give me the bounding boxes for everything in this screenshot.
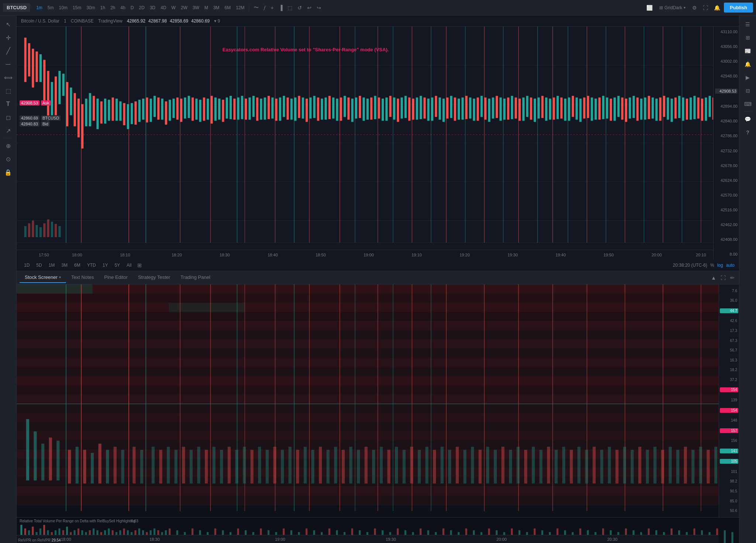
tab-text-notes[interactable]: Text Notes <box>66 272 99 283</box>
data-window-btn[interactable]: ⊟ <box>742 85 754 97</box>
trendline-tool[interactable]: ╱ <box>2 45 14 57</box>
timeframe-3m[interactable]: 3M <box>211 4 222 12</box>
svg-rect-130 <box>370 97 372 120</box>
svg-rect-342 <box>342 450 345 483</box>
measure-tool[interactable]: ⬚ <box>2 85 14 97</box>
svg-rect-302 <box>26 419 29 480</box>
properties-btn[interactable]: ⚙ <box>690 3 699 12</box>
lock-scale-tool[interactable]: 🔒 <box>2 166 14 178</box>
replay-btn[interactable]: ↺ <box>295 3 304 12</box>
tab-pine-editor[interactable]: Pine Editor <box>99 272 133 283</box>
timerange-all[interactable]: All <box>124 262 134 269</box>
svg-rect-123 <box>344 96 346 117</box>
publish-button[interactable]: Publish <box>724 3 753 13</box>
timeframe-12m[interactable]: 12M <box>234 4 247 12</box>
indicators-btn[interactable]: 𝑓 <box>262 3 268 12</box>
timeframe-1h[interactable]: 1h <box>98 4 107 12</box>
chat-btn[interactable]: 💬 <box>742 113 754 125</box>
panel-expand-btn[interactable]: ⛶ <box>719 273 727 282</box>
fullscreen-btn[interactable]: ⛶ <box>701 3 710 12</box>
timeframe-m[interactable]: M <box>202 4 210 12</box>
volume-mini-panel: Relative Total Volume Per Range on Delta… <box>17 517 739 543</box>
timeframe-30m[interactable]: 30m <box>84 4 97 12</box>
chart-info-right: 20:38:20 (UTC-6) % log auto <box>673 263 735 268</box>
chart-type-btn[interactable]: 〜 <box>251 3 261 13</box>
svg-rect-194 <box>614 97 616 121</box>
panel-draw-btn[interactable]: ✏ <box>729 273 736 282</box>
timeframe-4h[interactable]: 4h <box>118 4 127 12</box>
help-btn[interactable]: ? <box>742 127 754 138</box>
chart-settings-btn[interactable]: ⬚ <box>285 3 295 12</box>
notification-btn[interactable]: 🔔 <box>712 3 722 12</box>
bar-style-btn[interactable]: ▐ <box>277 3 285 12</box>
arrow-tool[interactable]: ↗ <box>2 125 14 136</box>
undo-btn[interactable]: ↩ <box>305 3 314 12</box>
zoom-tool[interactable]: ⊕ <box>2 140 14 152</box>
shape-tool[interactable]: ◻ <box>2 111 14 123</box>
cursor-tool[interactable]: ↖ <box>2 18 14 30</box>
timeframe-15m[interactable]: 15m <box>71 4 83 12</box>
svg-rect-188 <box>591 97 593 121</box>
main-price-chart[interactable]: 42908.53 Ask 42860.69 BTCUSD 42840.83 Bi… <box>17 27 739 259</box>
svg-rect-386 <box>676 450 679 483</box>
timeframe-d[interactable]: D <box>128 4 136 12</box>
symbol-badge[interactable]: BTCUSD <box>3 3 30 12</box>
hline-tool[interactable]: ─ <box>2 58 14 70</box>
timeframe-5m[interactable]: 5m <box>45 4 56 12</box>
compare-btn[interactable]: + <box>268 3 276 12</box>
svg-rect-214 <box>690 97 692 120</box>
fib-tool[interactable]: ⟺ <box>2 72 14 83</box>
timeframe-2h[interactable]: 2h <box>108 4 117 12</box>
svg-rect-65 <box>123 103 125 125</box>
timerange-6m[interactable]: 6M <box>71 262 83 269</box>
tab-stock-screener[interactable]: Stock Screener ▾ <box>20 272 66 283</box>
text-tool[interactable]: T <box>2 98 14 110</box>
hotkeys-btn[interactable]: ⌨ <box>742 98 754 110</box>
auto-btn[interactable]: auto <box>726 263 735 268</box>
timeframe-10m[interactable]: 10m <box>57 4 70 12</box>
timerange-5d[interactable]: 5D <box>33 262 45 269</box>
alerts-btn[interactable]: 🔔 <box>742 58 754 70</box>
fp-42.6: 42.6 <box>720 319 738 323</box>
news-btn[interactable]: 📰 <box>742 45 754 57</box>
timerange-5y[interactable]: 5Y <box>111 262 123 269</box>
timeframe-2d[interactable]: 2D <box>137 4 147 12</box>
svg-rect-63 <box>116 98 118 121</box>
log-btn[interactable]: log <box>717 263 723 268</box>
svg-rect-364 <box>509 450 512 483</box>
compare-icon-btn[interactable]: ⊞ <box>135 262 144 269</box>
magnet-tool[interactable]: ⊙ <box>2 153 14 165</box>
crosshair-tool[interactable]: ✛ <box>2 32 14 44</box>
timeframe-2w[interactable]: 2W <box>179 4 190 12</box>
panel-up-btn[interactable]: ▲ <box>709 273 718 282</box>
timerange-3m[interactable]: 3M <box>58 262 71 269</box>
tab-strategy-tester[interactable]: Strategy Tester <box>133 272 175 283</box>
details-btn[interactable]: ⊞ <box>742 32 754 44</box>
timeframe-3w[interactable]: 3W <box>190 4 202 12</box>
timerange-1y[interactable]: 1Y <box>100 262 111 269</box>
redo-btn[interactable]: ↪ <box>315 3 323 12</box>
svg-rect-379 <box>623 447 626 484</box>
svg-rect-227 <box>24 226 27 237</box>
time-label-1910: 19:10 <box>412 253 422 257</box>
timerange-1d[interactable]: 1D <box>21 262 32 269</box>
timeframe-w[interactable]: W <box>169 4 178 12</box>
screenshot-btn[interactable]: ⬜ <box>644 3 655 12</box>
tab-trading-panel[interactable]: Trading Panel <box>175 272 215 283</box>
svg-rect-318 <box>159 450 162 483</box>
timeframe-1m[interactable]: 1m <box>34 4 45 12</box>
svg-rect-349 <box>395 447 398 484</box>
interval-label: 1 <box>64 18 66 24</box>
footprint-chart-panel[interactable]: Footprint Chart Showing Bid-Ask Volume I… <box>17 284 739 517</box>
svg-rect-156 <box>469 97 471 118</box>
timerange-ytd[interactable]: YTD <box>84 262 99 269</box>
replay-tool-btn[interactable]: ▶ <box>742 72 754 83</box>
svg-rect-365 <box>516 447 519 484</box>
timeframe-6m[interactable]: 6M <box>222 4 233 12</box>
timeframe-3d[interactable]: 3D <box>148 4 158 12</box>
grid-mode-btn[interactable]: ⊞ GridDark ▾ <box>656 4 688 12</box>
watchlist-btn[interactable]: ☰ <box>742 18 754 30</box>
timerange-1m[interactable]: 1M <box>46 262 58 269</box>
timeframe-4d[interactable]: 4D <box>158 4 168 12</box>
svg-rect-208 <box>667 97 669 120</box>
